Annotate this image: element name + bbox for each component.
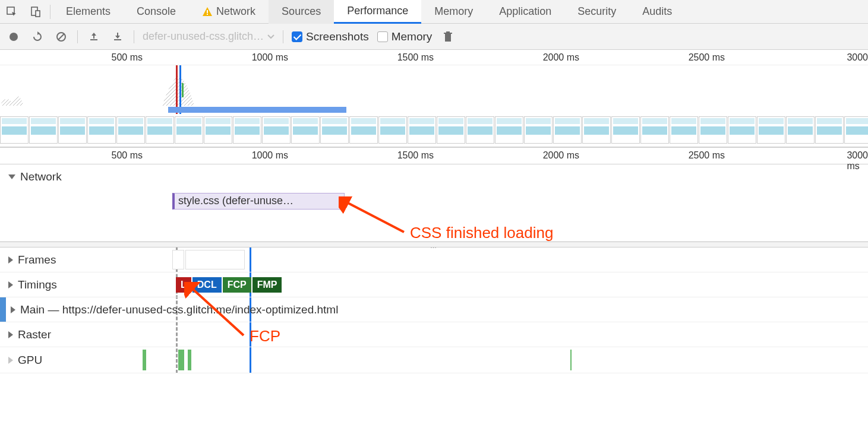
reload-button[interactable] [30, 29, 45, 45]
pane-divider[interactable]: … [0, 242, 868, 248]
tab-application[interactable]: Application [486, 0, 564, 24]
chevron-down-icon [8, 174, 15, 179]
gpu-bar [178, 350, 184, 370]
ruler-tick: 2500 ms [689, 52, 725, 63]
tab-audits[interactable]: Audits [629, 0, 685, 24]
ruler-tick: 2000 ms [543, 52, 579, 63]
toolbar-divider [283, 30, 283, 43]
upload-button[interactable] [86, 29, 102, 45]
chevron-right-icon [11, 306, 15, 313]
frames-track[interactable]: Frames [0, 248, 868, 272]
toolbar-divider [77, 30, 78, 43]
download-button[interactable] [110, 29, 125, 45]
device-toggle-icon[interactable] [27, 4, 44, 20]
filmstrip-frame[interactable] [524, 116, 553, 144]
svg-line-7 [58, 34, 64, 40]
timing-badge-dcl[interactable]: DCL [192, 277, 222, 293]
record-button[interactable] [6, 29, 21, 45]
filmstrip-frame[interactable] [611, 116, 640, 144]
tab-performance[interactable]: Performance [334, 0, 421, 24]
paint-marker [182, 83, 184, 97]
overview-ruler: 500 ms 1000 ms 1500 ms 2000 ms 2500 ms 3… [0, 50, 868, 65]
performance-toolbar: defer-unused-css.glitch… Screenshots Mem… [0, 24, 868, 50]
screenshots-checkbox[interactable]: Screenshots [292, 30, 369, 43]
svg-rect-12 [446, 31, 450, 33]
svg-rect-10 [445, 34, 451, 42]
filmstrip-frame[interactable] [786, 116, 815, 144]
filmstrip-frame[interactable] [320, 116, 349, 144]
filmstrip-frame[interactable] [175, 116, 203, 144]
filmstrip-frame[interactable] [233, 116, 261, 144]
network-track-header[interactable]: Network [0, 170, 172, 183]
tab-divider [50, 5, 50, 19]
selection-range[interactable] [168, 107, 346, 113]
filmstrip-frame[interactable] [495, 116, 523, 144]
ruler-tick: 500 ms [112, 150, 143, 161]
filmstrip-frame[interactable] [291, 116, 320, 144]
filmstrip-frame[interactable] [670, 116, 698, 144]
main-track[interactable]: Main — https://defer-unused-css.glitch.m… [0, 297, 868, 322]
main-highlight-bar [0, 297, 6, 322]
filmstrip-frame[interactable] [699, 116, 727, 144]
svg-rect-11 [444, 33, 452, 34]
tab-network[interactable]: Network [189, 0, 269, 24]
filmstrip-frame[interactable] [87, 116, 116, 144]
ruler-tick: 1500 ms [397, 52, 434, 63]
filmstrip-frame[interactable] [204, 116, 232, 144]
devtools-main-tabs: Elements Console Network Sources Perform… [0, 0, 868, 24]
ruler-tick: 2500 ms [689, 150, 725, 161]
overview-panel[interactable]: 500 ms 1000 ms 1500 ms 2000 ms 2500 ms 3… [0, 50, 868, 148]
filmstrip-frame[interactable] [0, 116, 29, 144]
chevron-right-icon [8, 331, 13, 338]
gpu-bar [143, 350, 146, 370]
network-entry-stylecss[interactable]: style.css (defer-unuse… [172, 193, 345, 210]
clear-button[interactable] [53, 29, 69, 45]
gpu-track[interactable]: GPU [0, 347, 868, 373]
filmstrip-frame[interactable] [146, 116, 174, 144]
filmstrip-frame[interactable] [349, 116, 378, 144]
filmstrip-frame[interactable] [466, 116, 494, 144]
ruler-tick: 1000 ms [252, 52, 288, 63]
ruler-tick: 500 ms [112, 52, 143, 63]
timing-badge-fcp[interactable]: FCP [223, 277, 251, 293]
tracks-upper: Network style.css (defer-unuse… CSS fini… [0, 164, 868, 242]
filmstrip-frame[interactable] [640, 116, 669, 144]
memory-checkbox[interactable]: Memory [377, 30, 433, 43]
svg-rect-4 [207, 14, 208, 15]
filmstrip-frame[interactable] [262, 116, 291, 144]
filmstrip-frame[interactable] [844, 116, 868, 144]
filmstrip-frame[interactable] [815, 116, 844, 144]
svg-rect-9 [114, 39, 121, 40]
recording-dropdown[interactable]: defer-unused-css.glitch… [143, 30, 274, 43]
tab-memory[interactable]: Memory [421, 0, 486, 24]
filmstrip-frame[interactable] [553, 116, 582, 144]
tab-sources[interactable]: Sources [269, 0, 334, 24]
inspect-icon[interactable] [4, 4, 20, 20]
filmstrip-frame[interactable] [29, 116, 58, 144]
delete-button[interactable] [440, 29, 456, 45]
ruler-tick: 3000 [847, 52, 868, 63]
screenshot-filmstrip[interactable]: document.write(Array.from({length:30}).m… [0, 114, 868, 147]
timing-badge-fmp[interactable]: FMP [252, 277, 282, 293]
filmstrip-frame[interactable] [116, 116, 145, 144]
checkbox-icon [377, 31, 388, 42]
filmstrip-frame[interactable] [378, 116, 407, 144]
timing-badge-l[interactable]: L [176, 277, 191, 293]
cpu-hatch-icon [0, 76, 71, 106]
filmstrip-frame[interactable] [728, 116, 756, 144]
filmstrip-frame[interactable] [757, 116, 785, 144]
raster-track[interactable]: Raster [0, 322, 868, 347]
svg-rect-3 [207, 10, 208, 13]
filmstrip-frame[interactable] [408, 116, 436, 144]
ruler-tick: 2000 ms [543, 150, 579, 161]
filmstrip-frame[interactable] [437, 116, 465, 144]
tab-security[interactable]: Security [564, 0, 629, 24]
tab-console[interactable]: Console [124, 0, 189, 24]
timings-track[interactable]: Timings L DCL FCP FMP [0, 272, 868, 297]
ruler-tick: 1000 ms [252, 150, 288, 161]
gpu-bar [188, 350, 191, 370]
detail-ruler: 500 ms 1000 ms 1500 ms 2000 ms 2500 ms 3… [0, 148, 868, 164]
filmstrip-frame[interactable] [582, 116, 611, 144]
tab-elements[interactable]: Elements [53, 0, 124, 24]
filmstrip-frame[interactable] [58, 116, 87, 144]
